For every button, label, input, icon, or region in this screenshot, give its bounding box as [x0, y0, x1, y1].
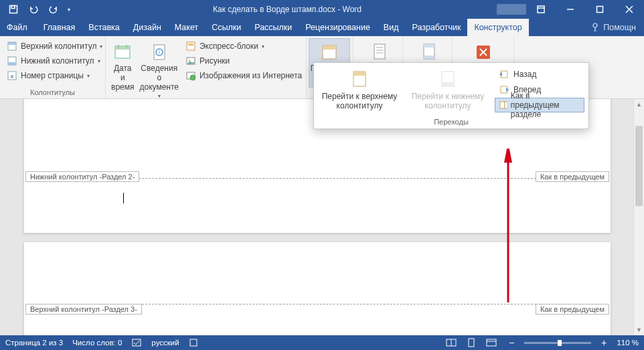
svg-rect-50	[190, 339, 197, 346]
web-layout-button[interactable]	[484, 337, 499, 349]
svg-rect-12	[8, 62, 16, 65]
svg-rect-16	[115, 46, 130, 50]
back-label: Назад	[513, 70, 536, 79]
svg-rect-47	[505, 102, 507, 108]
ribbon-display-button[interactable]	[526, 0, 556, 19]
svg-rect-22	[187, 42, 195, 50]
close-button[interactable]	[615, 0, 644, 19]
group-headerfooter-label: Колонтитулы	[4, 87, 101, 98]
tab-developer[interactable]: Разработчик	[405, 19, 467, 36]
svg-rect-54	[487, 339, 496, 346]
tell-me-help[interactable]: Помощн	[583, 23, 644, 32]
doc-info-button[interactable]: i Сведения о документе▾	[138, 39, 180, 100]
word-count[interactable]: Число слов: 0	[72, 339, 122, 347]
docinfo-label: Сведения о документе	[139, 64, 179, 92]
svg-rect-23	[188, 43, 193, 46]
page-indicator[interactable]: Страница 2 из 3	[5, 339, 63, 347]
header-label: Верхний колонтитул	[21, 41, 96, 51]
redo-button[interactable]	[44, 1, 63, 17]
help-label: Помощн	[603, 23, 636, 32]
tab-references[interactable]: Ссылки	[205, 19, 248, 36]
title-bar: ▾ Как сделать в Ворде штамп.docx - Word	[0, 0, 644, 19]
quick-parts-button[interactable]: Экспресс-блоки▾	[183, 39, 305, 54]
header-button[interactable]: Верхний колонтитул▾	[4, 39, 105, 54]
account-placeholder[interactable]	[497, 0, 526, 19]
text-cursor	[123, 193, 124, 203]
asprev-label: Как в предыдущем разделе	[511, 91, 580, 119]
tab-review[interactable]: Рецензирование	[299, 19, 377, 36]
svg-rect-0	[10, 6, 17, 13]
zoom-thumb[interactable]	[558, 340, 562, 346]
header-section-tag: Верхний колонтитул -Раздел 3-	[25, 304, 142, 315]
print-layout-button[interactable]	[464, 337, 479, 349]
online-pictures-button[interactable]: Изображения из Интернета	[183, 68, 305, 83]
window-title: Как сделать в Ворде штамп.docx - Word	[78, 5, 497, 14]
svg-text:i: i	[159, 49, 160, 56]
page-number-button[interactable]: #Номер страницы▾	[4, 68, 105, 83]
footer-label: Нижний колонтитул	[21, 56, 94, 66]
pictures-label: Рисунки	[199, 56, 230, 66]
status-bar: Страница 2 из 3 Число слов: 0 русский − …	[0, 335, 644, 350]
minimize-button[interactable]	[556, 0, 585, 19]
svg-rect-5	[597, 7, 603, 13]
tab-file[interactable]: Файл	[0, 19, 37, 36]
go-footer-label: Перейти к нижнему колонтитулу	[406, 92, 489, 111]
svg-rect-46	[500, 102, 505, 108]
same-as-prev-tag-1: Как в предыдущем	[536, 171, 609, 182]
date-time-button[interactable]: Дата и время	[110, 39, 135, 92]
qat-customize-button[interactable]: ▾	[64, 1, 74, 17]
ribbon-tabs: Файл Главная Вставка Дизайн Макет Ссылки…	[0, 19, 644, 36]
language-indicator[interactable]: русский	[151, 339, 179, 347]
footer-button[interactable]: Нижний колонтитул▾	[4, 54, 105, 68]
go-to-header-button[interactable]: Перейти к верхнему колонтитулу	[317, 66, 402, 114]
svg-text:#: #	[11, 74, 14, 80]
scroll-down-button[interactable]: ▼	[634, 325, 644, 335]
tab-home[interactable]: Главная	[37, 19, 82, 36]
svg-rect-49	[133, 339, 141, 346]
maximize-button[interactable]	[585, 0, 615, 19]
go-header-label: Перейти к верхнему колонтитулу	[318, 92, 401, 111]
save-button[interactable]	[4, 1, 23, 17]
svg-rect-2	[538, 6, 544, 13]
tab-design[interactable]: Дизайн	[127, 19, 168, 36]
footer-section-tag: Нижний колонтитул -Раздел 2-	[25, 171, 139, 182]
tab-constructor[interactable]: Конструктор	[467, 19, 528, 36]
nav-back-button[interactable]: Назад	[495, 67, 584, 82]
zoom-out-button[interactable]: −	[504, 337, 519, 349]
read-mode-button[interactable]	[444, 337, 459, 349]
transitions-dropdown-panel: Перейти к верхнему колонтитулу Перейти к…	[313, 62, 589, 129]
spellcheck-icon[interactable]	[131, 338, 142, 347]
macro-icon[interactable]	[189, 338, 198, 347]
tab-insert[interactable]: Вставка	[82, 19, 126, 36]
onlinepics-label: Изображения из Интернета	[199, 71, 302, 80]
zoom-slider[interactable]	[524, 342, 591, 344]
tab-layout[interactable]: Макет	[168, 19, 205, 36]
tab-view[interactable]: Вид	[377, 19, 406, 36]
link-to-previous-button[interactable]: Как в предыдущем разделе	[495, 98, 584, 112]
zoom-level[interactable]: 110 %	[617, 339, 639, 347]
page-3[interactable]: Верхний колонтитул -Раздел 3- Как в пред…	[24, 242, 611, 335]
svg-rect-43	[442, 82, 454, 86]
scroll-thumb[interactable]	[635, 126, 643, 206]
go-to-footer-button: Перейти к нижнему колонтитулу	[405, 66, 491, 114]
vertical-scrollbar[interactable]: ▲ ▼	[633, 99, 644, 335]
document-area[interactable]: Нижний колонтитул -Раздел 2- Как в преды…	[0, 99, 644, 335]
svg-point-8	[593, 23, 597, 27]
pagenum-label: Номер страницы	[21, 71, 84, 80]
svg-rect-36	[424, 56, 434, 59]
tab-mailings[interactable]: Рассылки	[248, 19, 299, 36]
scroll-up-button[interactable]: ▲	[634, 99, 644, 110]
svg-rect-10	[8, 42, 16, 45]
quickparts-label: Экспресс-блоки	[199, 41, 258, 51]
undo-button[interactable]	[24, 1, 43, 17]
svg-rect-35	[424, 44, 434, 48]
datetime-label: Дата и время	[111, 64, 134, 92]
zoom-in-button[interactable]: +	[596, 337, 611, 349]
svg-rect-1	[11, 6, 15, 9]
svg-rect-41	[353, 72, 366, 76]
pictures-button[interactable]: Рисунки	[183, 54, 305, 68]
svg-rect-29	[323, 46, 336, 50]
svg-rect-53	[469, 339, 474, 347]
same-as-prev-tag-2: Как в предыдущем	[536, 304, 609, 315]
svg-rect-30	[374, 44, 385, 59]
